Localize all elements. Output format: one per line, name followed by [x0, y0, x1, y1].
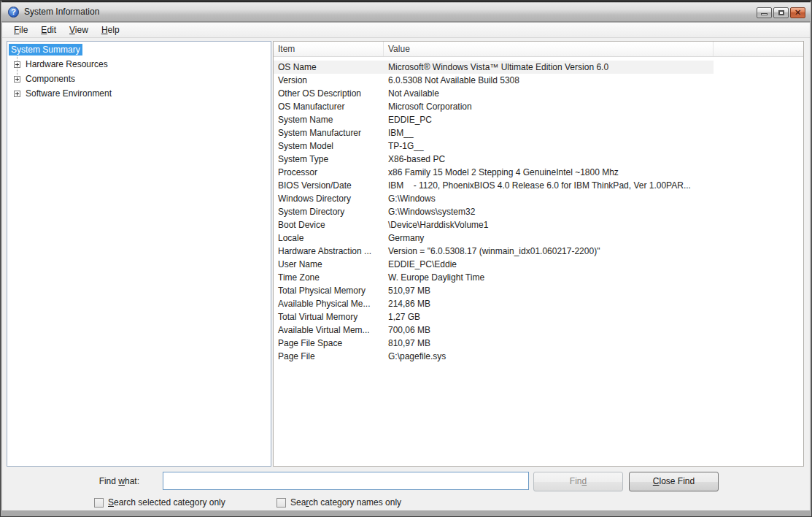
table-row[interactable]: Version 6.0.5308 Not Available Build 530…	[274, 74, 803, 87]
value-cell: TP-1G__	[384, 139, 714, 153]
item-cell: Locale	[274, 231, 384, 245]
table-row[interactable]: Total Physical Memory 510,97 MB	[274, 284, 803, 297]
table-row[interactable]: OS Name Microsoft® Windows Vista™ Ultima…	[274, 61, 803, 74]
search-category-names-option[interactable]: Search category names only	[277, 497, 401, 508]
close-find-button[interactable]: Close Find	[629, 472, 719, 491]
table-row[interactable]: Processor x86 Family 15 Model 2 Stepping…	[274, 166, 803, 179]
details-panel[interactable]: Item Value OS Name Microsoft® Windows Vi…	[273, 41, 804, 467]
table-row[interactable]: OS Manufacturer Microsoft Corporation	[274, 100, 803, 113]
find-button-label: d	[581, 476, 587, 486]
search-selected-category-option[interactable]: Search selected category only	[94, 497, 225, 508]
table-row[interactable]: Hardware Abstraction ... Version = "6.0.…	[274, 245, 803, 258]
find-button-label: Fin	[570, 476, 582, 486]
value-cell: IBM__	[384, 126, 714, 139]
find-label-text: w	[118, 476, 125, 486]
close-find-label: lose Find	[659, 476, 695, 486]
menu-label: H	[101, 25, 108, 35]
item-cell: OS Name	[274, 61, 384, 74]
table-row[interactable]: System Directory G:\Windows\system32	[274, 205, 803, 218]
find-button[interactable]: Find	[533, 472, 623, 491]
table-header: Item Value	[274, 42, 803, 57]
category-tree-panel[interactable]: System Summary Hardware Resources Compon…	[7, 41, 271, 467]
help-question-icon: ?	[8, 7, 19, 18]
table-row[interactable]: System Manufacturer IBM__	[274, 126, 803, 139]
checkbox-icon[interactable]	[94, 498, 104, 508]
value-cell: Microsoft® Windows Vista™ Ultimate Editi…	[384, 61, 714, 74]
menu-help[interactable]: Help	[95, 23, 126, 37]
item-cell: System Type	[274, 153, 384, 166]
column-header-filler	[714, 42, 803, 56]
menu-edit[interactable]: Edit	[34, 23, 63, 37]
value-cell: IBM - 1120, PhoenixBIOS 4.0 Release 6.0 …	[384, 179, 714, 192]
column-header-item[interactable]: Item	[274, 42, 384, 56]
tree-item-system-summary[interactable]: System Summary	[9, 44, 82, 55]
value-cell: G:\Windows\system32	[384, 205, 714, 218]
menu-label: iew	[75, 25, 88, 35]
checkbox-label: Search selected category only	[108, 497, 225, 508]
tree-item-components[interactable]: Components	[7, 72, 271, 86]
item-cell: Boot Device	[274, 218, 384, 231]
item-cell: Hardware Abstraction ...	[274, 245, 384, 258]
menu-label: elp	[108, 25, 120, 35]
item-cell: Available Virtual Mem...	[274, 323, 384, 337]
table-row[interactable]: System Type X86-based PC	[274, 153, 803, 166]
menu-view[interactable]: View	[63, 23, 95, 37]
tree-item-label: Components	[26, 74, 75, 84]
value-cell: G:\pagefile.sys	[384, 350, 714, 363]
table-row[interactable]: Page File Space 810,97 MB	[274, 337, 803, 350]
system-information-window: ? System Information ✕ File Edit View He…	[0, 0, 812, 517]
table-row[interactable]: System Name EDDIE_PC	[274, 113, 803, 126]
table-row[interactable]: Other OS Description Not Available	[274, 87, 803, 100]
find-input[interactable]	[163, 472, 529, 490]
value-cell: 700,06 MB	[384, 323, 714, 337]
maximize-button[interactable]	[773, 7, 789, 18]
expand-plus-icon[interactable]	[14, 76, 20, 83]
table-row[interactable]: Boot Device \Device\HarddiskVolume1	[274, 218, 803, 231]
expand-plus-icon[interactable]	[14, 91, 20, 97]
table-row[interactable]: Available Virtual Mem... 700,06 MB	[274, 323, 803, 337]
tree-item-hardware-resources[interactable]: Hardware Resources	[7, 57, 271, 72]
table-row[interactable]: Windows Directory G:\Windows	[274, 192, 803, 205]
item-cell: System Name	[274, 113, 384, 126]
value-cell: W. Europe Daylight Time	[384, 271, 714, 284]
menu-label: dit	[47, 25, 56, 35]
item-cell: Available Physical Me...	[274, 297, 384, 310]
value-cell: EDDIE_PC	[384, 113, 714, 126]
checkbox-label: Search category names only	[290, 497, 401, 508]
find-label-text: hat:	[125, 476, 139, 486]
checkbox-icon[interactable]	[277, 498, 286, 508]
minimize-icon	[761, 13, 767, 15]
value-cell: 6.0.5308 Not Available Build 5308	[384, 74, 714, 87]
find-label-text: Find	[99, 476, 119, 486]
column-header-value[interactable]: Value	[384, 42, 714, 56]
close-icon: ✕	[791, 8, 805, 18]
table-row[interactable]: BIOS Version/Date IBM - 1120, PhoenixBIO…	[274, 179, 803, 192]
titlebar[interactable]: ? System Information ✕	[1, 1, 811, 22]
close-button[interactable]: ✕	[790, 7, 805, 18]
table-row[interactable]: Total Virtual Memory 1,27 GB	[274, 310, 803, 323]
table-row[interactable]: Locale Germany	[274, 231, 803, 245]
checkbox-label-text: S	[108, 497, 114, 508]
system-table-body: OS Name Microsoft® Windows Vista™ Ultima…	[274, 57, 803, 363]
item-cell: Page File	[274, 350, 384, 363]
value-cell: Germany	[384, 231, 714, 245]
item-cell: Total Virtual Memory	[274, 310, 384, 323]
item-cell: OS Manufacturer	[274, 100, 384, 113]
value-cell: 1,27 GB	[384, 310, 714, 323]
minimize-button[interactable]	[757, 7, 772, 18]
item-cell: Page File Space	[274, 337, 384, 350]
tree-item-label: Hardware Resources	[26, 59, 108, 69]
expand-plus-icon[interactable]	[14, 61, 20, 68]
table-row[interactable]: Page File G:\pagefile.sys	[274, 350, 803, 363]
item-cell: BIOS Version/Date	[274, 179, 384, 192]
table-row[interactable]: System Model TP-1G__	[274, 139, 803, 153]
menu-file[interactable]: File	[7, 23, 34, 37]
menu-label: V	[69, 25, 75, 35]
tree-item-software-environment[interactable]: Software Environment	[7, 86, 271, 101]
item-cell: User Name	[274, 258, 384, 271]
table-row[interactable]: Available Physical Me... 214,86 MB	[274, 297, 803, 310]
value-cell: 810,97 MB	[384, 337, 714, 350]
table-row[interactable]: Time Zone W. Europe Daylight Time	[274, 271, 803, 284]
table-row[interactable]: User Name EDDIE_PC\Eddie	[274, 258, 803, 271]
value-cell: Microsoft Corporation	[384, 100, 714, 113]
